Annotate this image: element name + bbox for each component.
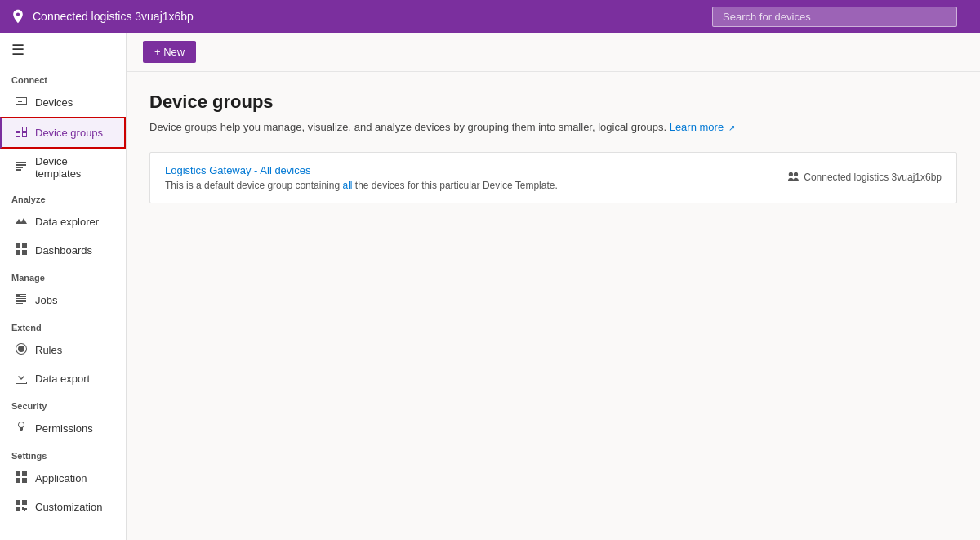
sidebar-item-application-label: Application <box>35 472 87 484</box>
page-title: Device groups <box>149 91 957 113</box>
sidebar-item-device-groups[interactable]: Device groups <box>0 117 126 149</box>
new-button[interactable]: + New <box>143 41 196 63</box>
sidebar-item-permissions-label: Permissions <box>35 422 93 435</box>
page-description: Device groups help you manage, visualize… <box>149 119 957 136</box>
device-group-card[interactable]: Logistics Gateway - All devices This is … <box>149 152 957 203</box>
search-bar-container <box>712 7 957 27</box>
toolbar: + New <box>127 33 980 72</box>
sidebar-section-settings: Settings <box>0 443 126 464</box>
search-input[interactable] <box>712 7 957 27</box>
sidebar-item-device-groups-label: Device groups <box>35 127 103 139</box>
sidebar-item-dashboards-label: Dashboards <box>35 244 92 257</box>
app-location-icon <box>10 8 26 25</box>
sidebar-section-analyze: Analyze <box>0 186 126 208</box>
application-icon <box>14 471 29 486</box>
rules-icon <box>14 342 29 358</box>
device-group-info: Logistics Gateway - All devices This is … <box>165 164 558 191</box>
sidebar-item-data-explorer[interactable]: Data explorer <box>0 208 126 236</box>
sidebar-item-jobs[interactable]: Jobs <box>0 286 126 315</box>
page-content: Device groups Device groups help you man… <box>127 72 980 540</box>
data-explorer-icon <box>14 214 29 230</box>
sidebar-item-permissions[interactable]: Permissions <box>0 414 126 443</box>
device-group-desc-link[interactable]: all <box>342 180 354 191</box>
sidebar-item-data-export-label: Data export <box>35 373 90 385</box>
device-group-desc-prefix: This is a default device group containin… <box>165 180 340 191</box>
sidebar-item-devices-label: Devices <box>35 96 73 109</box>
sidebar-item-device-templates[interactable]: Device templates <box>0 149 126 186</box>
sidebar-item-rules-label: Rules <box>35 344 62 356</box>
sidebar-item-customization-label: Customization <box>35 501 102 513</box>
data-export-icon <box>14 371 29 386</box>
sidebar: ☰ Connect Devices Device groups <box>0 33 127 540</box>
sidebar-item-application[interactable]: Application <box>0 464 126 493</box>
permissions-icon <box>14 421 29 436</box>
page-description-text: Device groups help you manage, visualize… <box>149 121 666 133</box>
customization-icon <box>14 499 29 515</box>
device-groups-icon <box>14 125 29 141</box>
devices-icon <box>14 95 29 110</box>
sidebar-section-security: Security <box>0 393 126 414</box>
dashboards-icon <box>14 243 29 258</box>
learn-more-link[interactable]: Learn more ↗ <box>670 121 735 133</box>
people-icon <box>787 171 799 185</box>
jobs-icon <box>14 292 29 308</box>
device-group-desc-suffix: the devices for this particular Device T… <box>355 180 558 191</box>
device-templates-icon <box>14 160 29 176</box>
sidebar-section-manage: Manage <box>0 265 126 286</box>
app-name: Connected logistics 3vuaj1x6bp <box>33 10 194 23</box>
main-layout: ☰ Connect Devices Device groups <box>0 33 980 540</box>
sidebar-section-connect: Connect <box>0 67 126 88</box>
device-group-app-info: Connected logistics 3vuaj1x6bp <box>787 171 942 185</box>
content-area: + New Device groups Device groups help y… <box>127 33 980 540</box>
device-group-app-name: Connected logistics 3vuaj1x6bp <box>804 172 942 183</box>
hamburger-button[interactable]: ☰ <box>0 33 126 67</box>
sidebar-item-dashboards[interactable]: Dashboards <box>0 236 126 265</box>
top-header: Connected logistics 3vuaj1x6bp <box>0 0 980 33</box>
sidebar-item-jobs-label: Jobs <box>35 294 57 306</box>
sidebar-section-extend: Extend <box>0 315 126 336</box>
sidebar-item-data-export[interactable]: Data export <box>0 364 126 393</box>
sidebar-item-data-explorer-label: Data explorer <box>35 216 99 228</box>
app-branding: Connected logistics 3vuaj1x6bp <box>10 8 194 25</box>
device-group-desc: This is a default device group containin… <box>165 180 558 191</box>
device-group-name: Logistics Gateway - All devices <box>165 164 558 176</box>
external-link-icon: ↗ <box>728 123 735 132</box>
sidebar-item-devices[interactable]: Devices <box>0 88 126 117</box>
sidebar-item-rules[interactable]: Rules <box>0 336 126 364</box>
sidebar-item-customization[interactable]: Customization <box>0 493 126 521</box>
sidebar-item-device-templates-label: Device templates <box>35 155 114 180</box>
